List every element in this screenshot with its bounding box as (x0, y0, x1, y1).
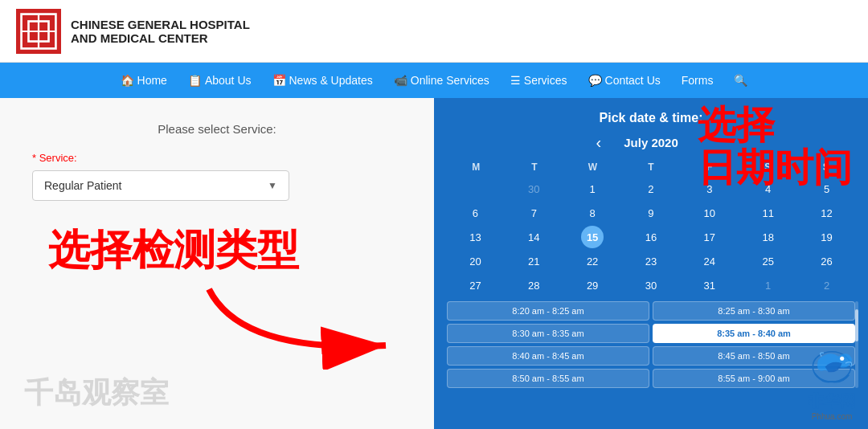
time-slot-2[interactable]: 8:30 am - 8:35 am (447, 324, 649, 343)
required-star: * (32, 152, 39, 164)
calendar-day-4-0[interactable]: 27 (464, 274, 486, 296)
calendar-day-3-1[interactable]: 21 (522, 250, 545, 272)
news-icon: 📅 (272, 74, 286, 87)
time-slots-grid: 8:20 am - 8:25 am8:25 am - 8:30 am8:30 a… (447, 301, 855, 388)
calendar-day-4-1[interactable]: 28 (522, 274, 545, 296)
time-slot-6[interactable]: 8:50 am - 8:55 am (447, 369, 649, 388)
about-icon: 📋 (188, 74, 202, 87)
phhua-brand-name: 非华网 (808, 390, 856, 412)
calendar-month-year: July 2020 (624, 136, 678, 149)
service-label: * Service: (32, 152, 402, 164)
search-icon: 🔍 (734, 74, 747, 87)
calendar-week-4: 272829303112 (447, 274, 855, 296)
select-service-title: Please select Service: (32, 122, 402, 136)
nav-about[interactable]: 📋 About Us (180, 69, 260, 92)
calendar-day-2-3[interactable]: 16 (640, 226, 662, 248)
nav-news-label: News & Updates (289, 74, 373, 87)
main-content: Please select Service: * Service: Regula… (0, 98, 868, 429)
hospital-logo (16, 9, 61, 54)
calendar-day-1-2[interactable]: 8 (581, 202, 604, 224)
header: CHINESE GENERAL HOSPITAL AND MEDICAL CEN… (0, 0, 868, 63)
calendar-day-3-0[interactable]: 20 (464, 250, 486, 272)
scrollbar-thumb (855, 309, 858, 341)
calendar-weeks: 3012345678910111213141516171819202122232… (447, 178, 855, 296)
time-slot-1[interactable]: 8:25 am - 8:30 am (653, 301, 855, 321)
nav-contact-label: Contact Us (605, 74, 661, 87)
phhua-watermark: 非华网 Phhua.com (804, 346, 860, 421)
day-header-m: M (447, 160, 506, 174)
calendar-day-0-2[interactable]: 1 (581, 178, 604, 200)
nav-about-label: About Us (205, 74, 252, 87)
svg-point-7 (840, 357, 844, 361)
calendar-day-3-2[interactable]: 22 (581, 250, 604, 272)
time-slot-0[interactable]: 8:20 am - 8:25 am (447, 301, 649, 321)
left-panel: Please select Service: * Service: Regula… (0, 98, 434, 429)
logo-box: CHINESE GENERAL HOSPITAL AND MEDICAL CEN… (16, 9, 250, 54)
time-slot-4[interactable]: 8:40 am - 8:45 am (447, 346, 649, 366)
services-icon: ☰ (510, 74, 521, 87)
calendar-week-2: 13141516171819 (447, 226, 855, 248)
nav-online-services[interactable]: 📹 Online Services (386, 69, 497, 92)
hospital-line2: AND MEDICAL CENTER (71, 31, 250, 45)
calendar-day-3-5[interactable]: 25 (757, 250, 780, 272)
nav-services-label: Services (524, 74, 567, 87)
nav-news[interactable]: 📅 News & Updates (264, 69, 381, 92)
arrow-annotation (193, 273, 418, 373)
day-header-t1: T (506, 160, 564, 174)
calendar-day-0-1: 30 (522, 178, 545, 200)
nav-forms-label: Forms (682, 74, 714, 87)
calendar-day-1-6[interactable]: 12 (816, 202, 838, 224)
annotation-select-type: 选择检测类型 (48, 227, 299, 275)
calendar-day-1-4[interactable]: 10 (698, 202, 721, 224)
online-services-icon: 📹 (394, 74, 407, 87)
service-dropdown[interactable]: Regular Patient ▼ (32, 170, 289, 201)
calendar-day-4-4[interactable]: 31 (698, 274, 721, 296)
nav-home[interactable]: 🏠 Home (113, 69, 175, 92)
calendar-week-1: 6789101112 (447, 202, 855, 224)
calendar-day-2-2[interactable]: 15 (581, 226, 604, 248)
main-nav: 🏠 Home 📋 About Us 📅 News & Updates 📹 Onl… (0, 63, 868, 98)
nav-home-label: Home (137, 74, 167, 87)
calendar-day-3-6[interactable]: 26 (816, 250, 838, 272)
calendar-day-4-3[interactable]: 30 (640, 274, 662, 296)
nav-search[interactable]: 🔍 (726, 69, 755, 92)
time-slots-wrapper: 8:20 am - 8:25 am8:25 am - 8:30 am8:30 a… (447, 301, 855, 388)
home-icon: 🏠 (121, 74, 134, 87)
calendar-day-2-4[interactable]: 17 (698, 226, 721, 248)
calendar-day-1-3[interactable]: 9 (640, 202, 662, 224)
day-header-w: W (563, 160, 622, 174)
calendar-day-4-6: 2 (816, 274, 838, 296)
calendar-day-1-5[interactable]: 11 (757, 202, 780, 224)
hospital-name: CHINESE GENERAL HOSPITAL AND MEDICAL CEN… (71, 18, 250, 45)
contact-icon: 💬 (588, 74, 602, 87)
watermark-cn: 千岛观察室 (24, 374, 169, 413)
day-header-t2: T (622, 160, 681, 174)
time-slot-3[interactable]: 8:35 am - 8:40 am (653, 324, 855, 343)
calendar-day-2-5[interactable]: 18 (757, 226, 780, 248)
nav-online-services-label: Online Services (411, 74, 489, 87)
calendar-week-3: 20212223242526 (447, 250, 855, 272)
calendar-day-0-3[interactable]: 2 (640, 178, 662, 200)
calendar-day-4-2[interactable]: 29 (581, 274, 604, 296)
calendar-day-4-5: 1 (757, 274, 780, 296)
calendar-day-2-1[interactable]: 14 (522, 226, 545, 248)
calendar-day-2-6[interactable]: 19 (816, 226, 838, 248)
nav-contact[interactable]: 💬 Contact Us (580, 69, 669, 92)
calendar-prev-button[interactable]: ‹ (590, 132, 608, 153)
calendar-day-1-0[interactable]: 6 (464, 202, 486, 224)
service-value: Regular Patient (44, 179, 122, 192)
calendar-day-3-3[interactable]: 23 (640, 250, 662, 272)
calendar-day-3-4[interactable]: 24 (698, 250, 721, 272)
phhua-domain: Phhua.com (812, 412, 853, 421)
right-panel: Pick date & time: 选择日期时间 ‹ July 2020 › M… (434, 98, 868, 429)
nav-forms[interactable]: Forms (674, 69, 722, 92)
hospital-line1: CHINESE GENERAL HOSPITAL (71, 18, 250, 31)
annotation-pick-date: 选择日期时间 (698, 104, 852, 190)
chevron-down-icon: ▼ (268, 180, 277, 191)
calendar-day-2-0[interactable]: 13 (464, 226, 486, 248)
nav-services[interactable]: ☰ Services (502, 69, 575, 92)
calendar-day-0-0 (464, 178, 486, 200)
calendar-day-1-1[interactable]: 7 (522, 202, 545, 224)
